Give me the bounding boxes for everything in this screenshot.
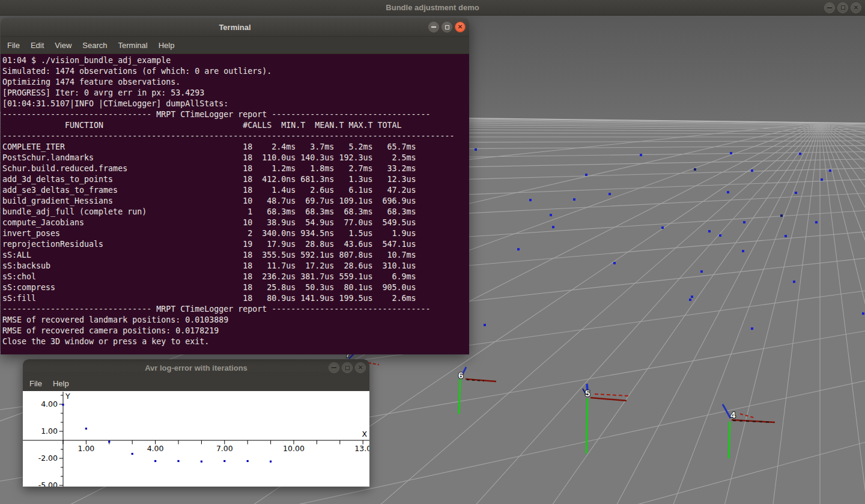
data-point <box>154 460 156 462</box>
terminal-menu-search[interactable]: Search <box>77 41 112 50</box>
data-point <box>62 404 64 405</box>
y-tick-label: 1.00 <box>41 427 58 436</box>
terminal-menu-file[interactable]: File <box>2 41 25 50</box>
maximize-icon <box>345 366 350 370</box>
data-point <box>85 428 87 430</box>
plot-minimize-button[interactable] <box>329 362 339 373</box>
plot-menubar: FileHelp <box>23 376 369 391</box>
landmark-point <box>785 235 787 237</box>
plot-menu-file[interactable]: File <box>24 379 47 388</box>
y-tick-label: -5.00 <box>38 481 58 487</box>
main-close-button[interactable]: ✕ <box>851 2 861 13</box>
landmark-point <box>793 281 795 283</box>
terminal-menubar: FileEditViewSearchTerminalHelp <box>1 37 469 54</box>
landmark-point <box>691 296 693 298</box>
terminal-body[interactable]: 01:04 $ ./vision_bundle_adj_example Simu… <box>1 54 469 354</box>
camera-axis <box>459 379 460 414</box>
plot-titlebar[interactable]: Avr log-error with iterations ✕ <box>23 359 369 376</box>
landmark-point <box>585 174 587 176</box>
landmark-point <box>517 248 520 250</box>
camera-label: 6 <box>458 370 463 380</box>
camera-axis <box>729 422 730 458</box>
landmark-point <box>751 169 753 172</box>
close-icon: ✕ <box>458 24 463 30</box>
data-point <box>132 453 133 455</box>
main-window-titlebar: Bundle adjustment demo ✕ <box>0 0 865 16</box>
landmark-point <box>719 234 721 237</box>
landmark-point <box>799 153 801 155</box>
x-tick-label: 13.0 <box>354 444 369 453</box>
minimize-icon <box>332 367 336 368</box>
plot-close-button[interactable]: ✕ <box>355 362 366 373</box>
x-tick-label: 4.00 <box>147 444 164 453</box>
landmark-point <box>743 221 745 223</box>
terminal-window: Terminal ✕ FileEditViewSearchTerminalHel… <box>1 18 469 354</box>
main-minimize-button[interactable] <box>824 2 835 13</box>
landmark-point <box>552 226 554 228</box>
close-icon: ✕ <box>854 5 858 11</box>
camera-label: 4 <box>730 410 736 420</box>
landmark-point <box>730 152 732 154</box>
landmark-point <box>815 221 818 223</box>
landmark-point <box>742 250 744 252</box>
terminal-title: Terminal <box>219 23 250 32</box>
landmark-point <box>829 169 831 172</box>
data-point <box>223 460 225 462</box>
terminal-menu-edit[interactable]: Edit <box>25 41 49 50</box>
data-point <box>177 460 179 462</box>
terminal-minimize-button[interactable] <box>428 22 439 32</box>
camera-label: 5 <box>585 388 590 398</box>
landmark-point <box>484 324 486 326</box>
maximize-icon <box>445 25 449 29</box>
x-tick-label: 10.00 <box>283 444 305 453</box>
landmark-point-dark <box>694 168 696 171</box>
landmark-point <box>862 312 864 315</box>
landmark-point <box>689 299 691 301</box>
plot-menu-help[interactable]: Help <box>47 379 74 388</box>
camera-axis <box>586 398 587 454</box>
data-point <box>247 460 249 462</box>
x-axis-label: X <box>362 430 367 439</box>
landmark-point <box>751 327 753 330</box>
plot-window: Avr log-error with iterations ✕ FileHelp… <box>23 359 369 487</box>
landmark-point <box>613 262 616 264</box>
landmark-point <box>700 270 703 273</box>
landmark-point <box>795 192 797 194</box>
main-window-title: Bundle adjustment demo <box>386 3 479 12</box>
landmark-point <box>550 214 552 216</box>
data-point <box>108 441 110 443</box>
data-point <box>201 461 202 463</box>
terminal-maximize-button[interactable] <box>442 22 452 32</box>
main-maximize-button[interactable] <box>837 2 848 13</box>
x-tick-label: 1.00 <box>77 444 94 453</box>
terminal-titlebar[interactable]: Terminal ✕ <box>1 18 469 37</box>
data-point <box>270 461 272 463</box>
terminal-menu-help[interactable]: Help <box>153 41 180 50</box>
y-axis-label: Y <box>65 392 70 401</box>
terminal-close-button[interactable]: ✕ <box>455 22 466 32</box>
y-tick-label: -2.00 <box>38 454 58 463</box>
landmark-point <box>529 199 532 201</box>
landmark-point <box>708 230 711 232</box>
landmark-point-dark <box>780 214 783 217</box>
landmark-point <box>609 193 611 195</box>
plot-canvas[interactable]: 4.001.00-2.00-5.001.004.007.0010.0013.0Y… <box>23 391 369 487</box>
landmark-point <box>640 154 642 156</box>
landmark-point <box>727 191 729 193</box>
landmark-point <box>573 198 575 201</box>
landmark-point <box>821 178 823 181</box>
terminal-menu-terminal[interactable]: Terminal <box>113 41 153 50</box>
close-icon: ✕ <box>358 365 363 371</box>
minimize-icon <box>827 7 832 8</box>
terminal-output: 01:04 $ ./vision_bundle_adj_example Simu… <box>1 54 469 347</box>
plot-title: Avr log-error with iterations <box>145 363 247 372</box>
plot-maximize-button[interactable] <box>342 362 353 373</box>
landmark-point <box>661 226 664 229</box>
x-tick-label: 7.00 <box>216 444 233 453</box>
y-tick-label: 4.00 <box>41 399 58 408</box>
landmark-point <box>475 148 477 151</box>
maximize-icon <box>841 5 845 10</box>
minimize-icon <box>431 26 436 28</box>
terminal-menu-view[interactable]: View <box>49 41 77 50</box>
